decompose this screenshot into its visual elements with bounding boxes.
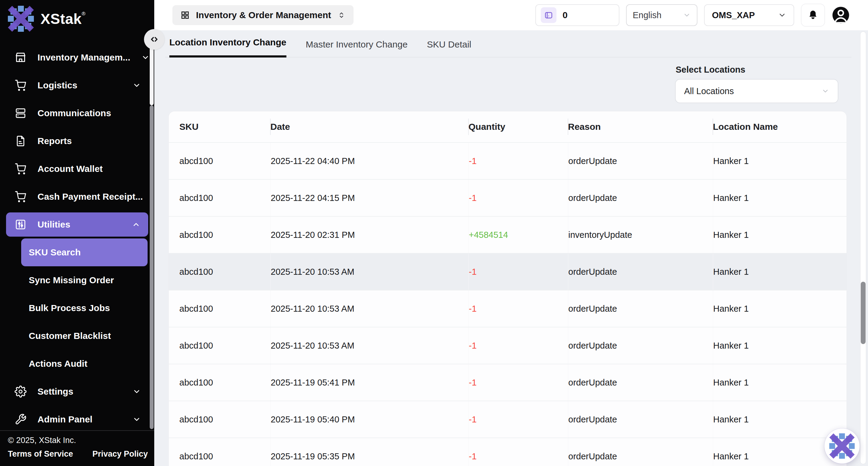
submenu-item-actions-audit[interactable]: Actions Audit (21, 350, 148, 378)
chevron-up-icon (132, 220, 140, 229)
grid-icon (180, 10, 190, 20)
table-row[interactable]: abcd100 2025-11-20 10:53 AM -1 orderUpda… (169, 290, 846, 327)
tab-bar: Location Inventory Change Master Invento… (165, 30, 851, 58)
submenu-item-label: Bulk Process Jobs (29, 303, 110, 313)
submenu-item-sku-search[interactable]: SKU Search (21, 238, 148, 266)
cell-reason: orderUpdate (568, 291, 713, 327)
chevron-down-icon (141, 53, 150, 62)
submenu-item-label: Customer Blacklist (29, 331, 111, 341)
file-icon (14, 135, 27, 147)
cell-reason: orderUpdate (568, 180, 713, 216)
cell-sku: abcd100 (169, 341, 270, 351)
terms-of-service-link[interactable]: Terms of Service (8, 449, 73, 459)
table-row[interactable]: abcd100 2025-11-20 02:31 PM +4584514 inv… (169, 216, 846, 253)
wallet-balance-box[interactable]: 0 (535, 4, 619, 26)
cell-date: 2025-11-20 10:53 AM (270, 291, 468, 327)
submenu-item-bulk-process-jobs[interactable]: Bulk Process Jobs (21, 294, 148, 322)
cell-location-name: Hanker 1 (713, 327, 846, 364)
sidebar-item-admin-panel[interactable]: Admin Panel (0, 406, 154, 433)
workspace-select[interactable]: OMS_XAP (704, 4, 794, 26)
sidebar-collapse-toggle[interactable] (144, 29, 164, 50)
cell-date: 2025-11-22 04:40 PM (270, 143, 468, 179)
cell-sku: abcd100 (169, 267, 270, 277)
cell-date: 2025-11-19 05:35 PM (270, 438, 468, 466)
gear-icon (14, 385, 27, 398)
cell-reason: orderUpdate (568, 401, 713, 438)
tab-sku-detail[interactable]: SKU Detail (427, 39, 471, 58)
submenu-item-sync-missing-order[interactable]: Sync Missing Order (21, 266, 148, 294)
workspace-value: OMS_XAP (712, 10, 755, 20)
notifications-button[interactable] (801, 4, 825, 27)
cell-location-name: Hanker 1 (713, 401, 846, 438)
cell-quantity: -1 (468, 438, 568, 466)
cell-location-name: Hanker 1 (713, 364, 846, 401)
locations-select[interactable]: All Locations (675, 79, 838, 103)
cell-quantity: -1 (468, 364, 568, 401)
wallet-icon (541, 7, 557, 23)
table-row[interactable]: abcd100 2025-11-20 10:53 AM -1 orderUpda… (169, 253, 846, 290)
wallet-count: 0 (562, 10, 568, 20)
table-row[interactable]: abcd100 2025-11-20 10:53 AM -1 orderUpda… (169, 327, 846, 364)
table-row[interactable]: abcd100 2025-11-19 05:41 PM -1 orderUpda… (169, 364, 846, 401)
chevron-down-icon (132, 415, 141, 424)
cell-location-name: Hanker 1 (713, 254, 846, 290)
cart-icon (14, 163, 27, 175)
cell-reason: orderUpdate (568, 438, 713, 466)
sidebar-item-inventory-management[interactable]: Inventory Managem... (0, 43, 154, 71)
cell-date: 2025-11-20 10:53 AM (270, 254, 468, 290)
app-switcher-dropdown[interactable]: Inventory & Order Management (173, 5, 353, 25)
submenu-item-label: Actions Audit (29, 358, 87, 369)
cell-sku: abcd100 (169, 304, 270, 314)
sidebar-item-logistics[interactable]: Logistics (0, 71, 154, 99)
cell-quantity: -1 (468, 180, 568, 216)
sliders-icon (14, 219, 27, 231)
tab-location-inventory-change[interactable]: Location Inventory Change (169, 37, 286, 58)
table-row[interactable]: abcd100 2025-11-22 04:40 PM -1 orderUpda… (169, 142, 846, 179)
table-row[interactable]: abcd100 2025-11-19 05:40 PM -1 orderUpda… (169, 401, 846, 438)
cell-quantity: -1 (468, 291, 568, 327)
server-icon (14, 107, 27, 119)
filter-area: Select Locations All Locations (154, 65, 868, 103)
submenu-item-customer-blacklist[interactable]: Customer Blacklist (21, 322, 148, 350)
top-bar: Inventory & Order Management 0 English O… (154, 0, 868, 30)
page-scrollbar-thumb[interactable] (861, 282, 866, 344)
registered-mark: ® (82, 11, 86, 17)
cell-sku: abcd100 (169, 156, 270, 166)
cell-date: 2025-11-22 04:15 PM (270, 180, 468, 216)
sidebar-item-reports[interactable]: Reports (0, 127, 154, 155)
table-row[interactable]: abcd100 2025-11-19 05:35 PM -1 orderUpda… (169, 438, 846, 466)
user-avatar[interactable] (832, 6, 850, 24)
sidebar-item-label: Communications (37, 108, 141, 118)
language-value: English (633, 10, 661, 20)
tab-master-inventory-change[interactable]: Master Inventory Change (306, 39, 408, 58)
sidebar-scrollbar-thumb[interactable] (150, 46, 154, 105)
wrench-icon (14, 413, 27, 426)
sidebar-item-cash-payment-receipt[interactable]: Cash Payment Receipt... (0, 183, 154, 211)
sidebar-item-utilities[interactable]: Utilities (6, 212, 148, 237)
cell-reason: orderUpdate (568, 327, 713, 364)
column-header-sku: SKU (169, 122, 270, 132)
table-row[interactable]: abcd100 2025-11-22 04:15 PM -1 orderUpda… (169, 179, 846, 216)
sidebar: XStak® Inventory Managem... Logistics Co… (0, 0, 154, 466)
cell-quantity: -1 (468, 143, 568, 179)
privacy-policy-link[interactable]: Privacy Policy (93, 449, 148, 459)
sidebar-item-communications[interactable]: Communications (0, 99, 154, 127)
brand-logo[interactable]: XStak® (0, 0, 154, 33)
storefront-icon (14, 52, 27, 63)
chevron-down-icon (132, 81, 141, 90)
cell-sku: abcd100 (169, 452, 270, 462)
language-select[interactable]: English (626, 4, 698, 26)
table-header-row: SKU Date Quantity Reason Location Name (169, 111, 846, 142)
cell-sku: abcd100 (169, 193, 270, 203)
sidebar-item-label: Logistics (37, 80, 122, 90)
sidebar-item-account-wallet[interactable]: Account Wallet (0, 155, 154, 183)
locations-select-value: All Locations (684, 86, 734, 96)
xstak-floating-button[interactable] (825, 429, 860, 464)
sidebar-scrollbar-track[interactable] (150, 105, 154, 429)
page-scrollbar-track[interactable] (860, 31, 866, 464)
app-switcher-label: Inventory & Order Management (196, 10, 331, 20)
cell-sku: abcd100 (169, 414, 270, 425)
sidebar-item-settings[interactable]: Settings (0, 378, 154, 406)
sidebar-item-label: Utilities (37, 220, 121, 230)
cell-reason: inventoryUpdate (568, 217, 713, 253)
